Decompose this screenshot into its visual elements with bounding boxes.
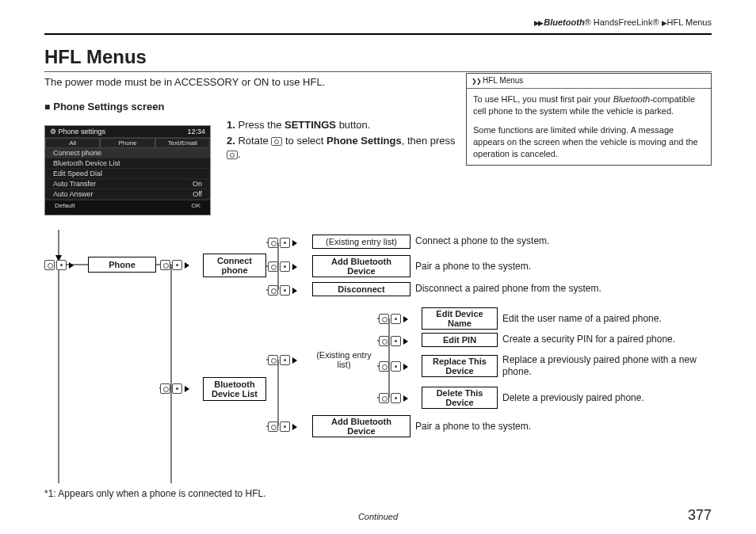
sidebar-note: HFL Menus To use HFL, you must first pai…: [466, 73, 712, 166]
node-existing-entry-list: (Existing entry list): [312, 235, 410, 249]
dial-push-icon: [379, 361, 409, 372]
desc-disconnect: Disconnect a paired phone from the syste…: [415, 283, 601, 295]
node-add-bluetooth-device-2: Add Bluetooth Device: [312, 415, 410, 437]
page-title: HFL Menus: [44, 46, 147, 68]
node-delete-this-device: Delete This Device: [422, 387, 498, 409]
node-disconnect: Disconnect: [312, 282, 410, 296]
continued-label: Continued: [44, 512, 712, 521]
phone-settings-screenshot: ⚙ Phone settings 12:34 All Phone Text/Em…: [44, 125, 211, 216]
node-phone: Phone: [88, 257, 156, 273]
page-number: 377: [688, 507, 712, 524]
dial-push-icon: [379, 393, 409, 403]
node-connect-phone: Connect phone: [203, 254, 266, 277]
instructions: 1. Press the SETTINGS button. 2. Rotate …: [227, 118, 456, 163]
desc-pair-2: Pair a phone to the system.: [415, 421, 531, 433]
dial-push-icon: [268, 421, 298, 432]
intro-text: The power mode must be in ACCESSORY or O…: [44, 76, 325, 88]
desc-edit-pin: Create a security PIN for a paired phone…: [502, 334, 675, 345]
title-rule: [44, 71, 712, 72]
press-button-icon: [227, 151, 238, 159]
desc-delete: Delete a previously paired phone.: [502, 392, 644, 404]
node-bluetooth-device-list: Bluetooth Device List: [203, 377, 266, 401]
dial-push-icon: [160, 383, 190, 394]
footnote: *1: Appears only when a phone is connect…: [44, 488, 266, 499]
dial-push-icon: [44, 260, 74, 270]
dial-push-icon: [268, 261, 298, 272]
desc-connect: Connect a phone to the system.: [415, 235, 549, 247]
note-head: HFL Menus: [467, 74, 711, 89]
dial-push-icon: [268, 355, 298, 365]
header-rule: [44, 33, 712, 35]
desc-replace: Replace a previously paired phone with a…: [502, 354, 708, 378]
dial-push-icon: [379, 336, 409, 346]
dial-push-icon: [268, 238, 298, 248]
breadcrumb: ▶▶Bluetooth® HandsFreeLink® ▶HFL Menus: [534, 17, 712, 27]
node-replace-this-device: Replace This Device: [422, 355, 498, 377]
menu-diagram: Phone Connect phone (Existing entry list…: [44, 230, 712, 487]
dial-push-icon: [160, 260, 190, 270]
desc-edit-name: Edit the user name of a paired phone.: [502, 313, 662, 325]
section-subhead: ■Phone Settings screen: [44, 101, 164, 113]
dial-push-icon: [268, 285, 298, 296]
node-add-bluetooth-device: Add Bluetooth Device: [312, 255, 410, 277]
node-edit-device-name: Edit Device Name: [422, 307, 498, 330]
node-edit-pin: Edit PIN: [422, 333, 498, 347]
dial-push-icon: [379, 314, 409, 324]
desc-pair: Pair a phone to the system.: [415, 261, 531, 273]
rotate-dial-icon: [271, 137, 282, 146]
node-existing-entry-list-2: (Existing entry list): [312, 349, 376, 371]
